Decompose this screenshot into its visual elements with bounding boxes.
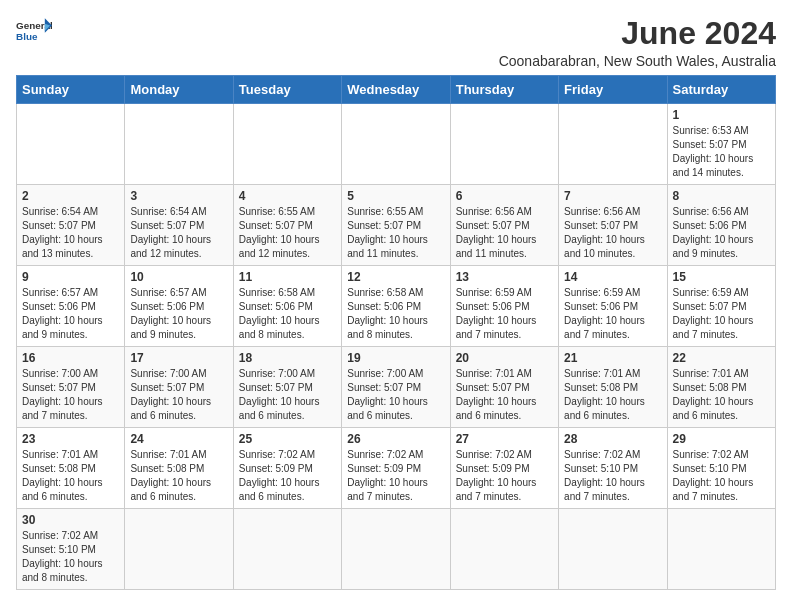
calendar-week-row: 23Sunrise: 7:01 AM Sunset: 5:08 PM Dayli…	[17, 428, 776, 509]
day-info: Sunrise: 6:56 AM Sunset: 5:06 PM Dayligh…	[673, 205, 770, 261]
calendar-day-cell	[342, 104, 450, 185]
day-info: Sunrise: 6:59 AM Sunset: 5:06 PM Dayligh…	[456, 286, 553, 342]
calendar-day-cell: 2Sunrise: 6:54 AM Sunset: 5:07 PM Daylig…	[17, 185, 125, 266]
day-number: 14	[564, 270, 661, 284]
day-number: 9	[22, 270, 119, 284]
day-number: 22	[673, 351, 770, 365]
day-info: Sunrise: 7:02 AM Sunset: 5:10 PM Dayligh…	[564, 448, 661, 504]
day-info: Sunrise: 7:02 AM Sunset: 5:09 PM Dayligh…	[456, 448, 553, 504]
calendar-day-cell: 25Sunrise: 7:02 AM Sunset: 5:09 PM Dayli…	[233, 428, 341, 509]
calendar-day-cell: 27Sunrise: 7:02 AM Sunset: 5:09 PM Dayli…	[450, 428, 558, 509]
calendar-day-cell	[559, 509, 667, 590]
day-number: 2	[22, 189, 119, 203]
calendar-day-cell: 24Sunrise: 7:01 AM Sunset: 5:08 PM Dayli…	[125, 428, 233, 509]
calendar-day-cell: 13Sunrise: 6:59 AM Sunset: 5:06 PM Dayli…	[450, 266, 558, 347]
calendar-day-cell: 3Sunrise: 6:54 AM Sunset: 5:07 PM Daylig…	[125, 185, 233, 266]
day-info: Sunrise: 6:54 AM Sunset: 5:07 PM Dayligh…	[130, 205, 227, 261]
calendar-day-cell	[450, 104, 558, 185]
calendar-day-cell: 22Sunrise: 7:01 AM Sunset: 5:08 PM Dayli…	[667, 347, 775, 428]
day-number: 10	[130, 270, 227, 284]
day-info: Sunrise: 7:00 AM Sunset: 5:07 PM Dayligh…	[130, 367, 227, 423]
day-info: Sunrise: 6:57 AM Sunset: 5:06 PM Dayligh…	[130, 286, 227, 342]
calendar-day-cell	[342, 509, 450, 590]
calendar-day-cell	[233, 104, 341, 185]
day-info: Sunrise: 7:01 AM Sunset: 5:08 PM Dayligh…	[130, 448, 227, 504]
day-number: 29	[673, 432, 770, 446]
calendar-day-cell: 11Sunrise: 6:58 AM Sunset: 5:06 PM Dayli…	[233, 266, 341, 347]
calendar-table: SundayMondayTuesdayWednesdayThursdayFrid…	[16, 75, 776, 590]
day-number: 4	[239, 189, 336, 203]
calendar-day-cell	[667, 509, 775, 590]
calendar-day-cell	[125, 104, 233, 185]
day-number: 25	[239, 432, 336, 446]
calendar-week-row: 30Sunrise: 7:02 AM Sunset: 5:10 PM Dayli…	[17, 509, 776, 590]
day-number: 24	[130, 432, 227, 446]
day-number: 11	[239, 270, 336, 284]
day-info: Sunrise: 6:56 AM Sunset: 5:07 PM Dayligh…	[456, 205, 553, 261]
calendar-day-cell	[559, 104, 667, 185]
day-info: Sunrise: 7:02 AM Sunset: 5:09 PM Dayligh…	[239, 448, 336, 504]
calendar-week-row: 9Sunrise: 6:57 AM Sunset: 5:06 PM Daylig…	[17, 266, 776, 347]
calendar-day-cell: 19Sunrise: 7:00 AM Sunset: 5:07 PM Dayli…	[342, 347, 450, 428]
day-header-sunday: Sunday	[17, 76, 125, 104]
day-info: Sunrise: 7:00 AM Sunset: 5:07 PM Dayligh…	[239, 367, 336, 423]
day-header-tuesday: Tuesday	[233, 76, 341, 104]
calendar-day-cell: 9Sunrise: 6:57 AM Sunset: 5:06 PM Daylig…	[17, 266, 125, 347]
month-title: June 2024	[499, 16, 776, 51]
day-number: 6	[456, 189, 553, 203]
day-number: 16	[22, 351, 119, 365]
day-info: Sunrise: 6:53 AM Sunset: 5:07 PM Dayligh…	[673, 124, 770, 180]
calendar-week-row: 1Sunrise: 6:53 AM Sunset: 5:07 PM Daylig…	[17, 104, 776, 185]
day-info: Sunrise: 7:01 AM Sunset: 5:08 PM Dayligh…	[22, 448, 119, 504]
day-header-wednesday: Wednesday	[342, 76, 450, 104]
day-number: 5	[347, 189, 444, 203]
calendar-day-cell	[17, 104, 125, 185]
day-number: 23	[22, 432, 119, 446]
day-info: Sunrise: 7:01 AM Sunset: 5:08 PM Dayligh…	[673, 367, 770, 423]
calendar-day-cell: 7Sunrise: 6:56 AM Sunset: 5:07 PM Daylig…	[559, 185, 667, 266]
day-info: Sunrise: 7:02 AM Sunset: 5:10 PM Dayligh…	[673, 448, 770, 504]
calendar-day-cell: 28Sunrise: 7:02 AM Sunset: 5:10 PM Dayli…	[559, 428, 667, 509]
day-number: 19	[347, 351, 444, 365]
svg-text:Blue: Blue	[16, 31, 38, 42]
day-info: Sunrise: 6:56 AM Sunset: 5:07 PM Dayligh…	[564, 205, 661, 261]
calendar-week-row: 2Sunrise: 6:54 AM Sunset: 5:07 PM Daylig…	[17, 185, 776, 266]
day-number: 13	[456, 270, 553, 284]
calendar-day-cell: 20Sunrise: 7:01 AM Sunset: 5:07 PM Dayli…	[450, 347, 558, 428]
day-number: 17	[130, 351, 227, 365]
day-info: Sunrise: 6:59 AM Sunset: 5:07 PM Dayligh…	[673, 286, 770, 342]
calendar-header-row: SundayMondayTuesdayWednesdayThursdayFrid…	[17, 76, 776, 104]
calendar-day-cell: 17Sunrise: 7:00 AM Sunset: 5:07 PM Dayli…	[125, 347, 233, 428]
day-number: 7	[564, 189, 661, 203]
day-number: 12	[347, 270, 444, 284]
day-number: 27	[456, 432, 553, 446]
calendar-day-cell: 23Sunrise: 7:01 AM Sunset: 5:08 PM Dayli…	[17, 428, 125, 509]
calendar-day-cell	[125, 509, 233, 590]
logo: General Blue	[16, 16, 52, 44]
day-info: Sunrise: 6:55 AM Sunset: 5:07 PM Dayligh…	[347, 205, 444, 261]
day-info: Sunrise: 6:54 AM Sunset: 5:07 PM Dayligh…	[22, 205, 119, 261]
calendar-day-cell	[450, 509, 558, 590]
day-info: Sunrise: 7:00 AM Sunset: 5:07 PM Dayligh…	[22, 367, 119, 423]
calendar-day-cell: 1Sunrise: 6:53 AM Sunset: 5:07 PM Daylig…	[667, 104, 775, 185]
day-info: Sunrise: 6:58 AM Sunset: 5:06 PM Dayligh…	[239, 286, 336, 342]
day-info: Sunrise: 6:57 AM Sunset: 5:06 PM Dayligh…	[22, 286, 119, 342]
day-header-friday: Friday	[559, 76, 667, 104]
calendar-day-cell: 29Sunrise: 7:02 AM Sunset: 5:10 PM Dayli…	[667, 428, 775, 509]
calendar-day-cell	[233, 509, 341, 590]
day-number: 3	[130, 189, 227, 203]
title-area: June 2024 Coonabarabran, New South Wales…	[499, 16, 776, 69]
day-number: 18	[239, 351, 336, 365]
calendar-day-cell: 8Sunrise: 6:56 AM Sunset: 5:06 PM Daylig…	[667, 185, 775, 266]
day-number: 28	[564, 432, 661, 446]
day-number: 15	[673, 270, 770, 284]
calendar-day-cell: 21Sunrise: 7:01 AM Sunset: 5:08 PM Dayli…	[559, 347, 667, 428]
day-info: Sunrise: 6:55 AM Sunset: 5:07 PM Dayligh…	[239, 205, 336, 261]
calendar-day-cell: 18Sunrise: 7:00 AM Sunset: 5:07 PM Dayli…	[233, 347, 341, 428]
calendar-day-cell: 30Sunrise: 7:02 AM Sunset: 5:10 PM Dayli…	[17, 509, 125, 590]
day-number: 1	[673, 108, 770, 122]
calendar-day-cell: 14Sunrise: 6:59 AM Sunset: 5:06 PM Dayli…	[559, 266, 667, 347]
day-info: Sunrise: 7:00 AM Sunset: 5:07 PM Dayligh…	[347, 367, 444, 423]
calendar-day-cell: 10Sunrise: 6:57 AM Sunset: 5:06 PM Dayli…	[125, 266, 233, 347]
day-info: Sunrise: 7:01 AM Sunset: 5:07 PM Dayligh…	[456, 367, 553, 423]
